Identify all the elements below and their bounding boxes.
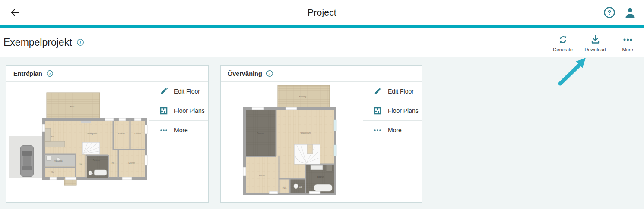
menu-item-label: More <box>388 127 402 134</box>
generate-refresh-icon <box>558 34 568 45</box>
room-label: Vardagsrum <box>300 132 311 134</box>
info-icon[interactable]: i <box>46 70 54 77</box>
menu-item-label: Floor Plans <box>388 107 419 114</box>
floor-more-button[interactable]: More <box>149 121 208 140</box>
floor-card-overvaning: Övervåning i Balkong <box>220 65 422 203</box>
room-label: Hall <box>79 163 82 165</box>
svg-text:i: i <box>79 40 81 45</box>
room-label: Altan <box>70 106 75 108</box>
room-label: Badrum <box>93 159 100 162</box>
svg-text:i: i <box>269 71 270 76</box>
room-label: WC <box>299 186 302 188</box>
info-icon[interactable]: i <box>76 38 84 46</box>
back-button[interactable] <box>8 6 21 19</box>
dots-icon <box>159 126 168 134</box>
top-header: Project ? <box>0 0 644 25</box>
room-label: Kök <box>51 136 55 138</box>
menu-item-label: Edit Floor <box>388 88 414 95</box>
menu-item-label: Edit Floor <box>174 88 200 95</box>
menu-item-label: Floor Plans <box>174 107 205 114</box>
edit-floor-button[interactable]: Edit Floor <box>363 82 422 101</box>
room-label: Sovrum <box>257 132 264 134</box>
room-label: Sovrum <box>128 162 135 164</box>
room-label: Tvättstuga <box>53 160 63 162</box>
car-graphic <box>20 145 34 177</box>
room-label: Balkong <box>299 96 307 98</box>
download-label: Download <box>585 47 606 52</box>
floor-title: Entréplan <box>13 70 42 77</box>
project-page: Project ? Exempelprojekt i <box>0 0 644 209</box>
more-dots-icon <box>622 34 633 45</box>
floor-card-menu: Edit Floor Floor Plans <box>363 82 422 202</box>
accent-bar <box>0 25 644 28</box>
help-circle-icon: ? <box>603 6 615 19</box>
help-button[interactable]: ? <box>603 6 615 19</box>
room-label: Klk <box>112 162 115 164</box>
room-label: Klk <box>51 171 54 173</box>
dots-icon <box>373 126 382 134</box>
floorplan-overvaning-image: Balkong <box>221 82 363 202</box>
svg-text:?: ? <box>608 9 612 16</box>
room-label: Vardagsrum <box>87 133 97 135</box>
room-label: KLK <box>283 187 287 189</box>
room-label: Sovrum <box>134 133 141 135</box>
floor-plans-button[interactable]: Floor Plans <box>149 101 208 121</box>
floor-more-button[interactable]: More <box>363 121 422 140</box>
svg-text:i: i <box>49 71 51 76</box>
user-icon <box>624 6 636 19</box>
floor-title: Övervåning <box>228 70 262 77</box>
download-icon <box>590 34 601 45</box>
arrow-left-icon <box>9 7 20 18</box>
floorplan-icon <box>373 106 382 115</box>
generate-button[interactable]: Generate <box>550 33 575 52</box>
floorplan-entreplan-image: Altan <box>6 82 149 202</box>
menu-item-label: More <box>174 127 188 134</box>
project-name: Exempelprojekt <box>3 37 72 48</box>
floor-card-entreplan: Entréplan i Altan <box>6 65 209 203</box>
page-title: Project <box>0 7 644 18</box>
user-menu-button[interactable] <box>624 6 636 19</box>
download-button[interactable]: Download <box>583 33 608 52</box>
floor-card-menu: Edit Floor Floor Plans <box>149 82 208 202</box>
more-label: More <box>622 47 633 52</box>
generate-label: Generate <box>553 47 573 52</box>
project-toolbar: Exempelprojekt i Generate <box>0 28 644 57</box>
floor-plans-button[interactable]: Floor Plans <box>363 101 422 121</box>
pencil-icon <box>373 87 382 96</box>
room-label: Sovrum <box>258 175 265 177</box>
room-label: Sovrum <box>118 133 125 135</box>
more-button[interactable]: More <box>615 33 640 52</box>
room-label: WC <box>90 172 93 174</box>
pencil-icon <box>159 87 168 96</box>
room-label: Badrum <box>317 176 324 178</box>
floors-content: Entréplan i Altan <box>0 57 644 209</box>
info-icon[interactable]: i <box>266 70 273 77</box>
edit-floor-button[interactable]: Edit Floor <box>149 82 208 101</box>
floorplan-icon <box>159 106 168 115</box>
